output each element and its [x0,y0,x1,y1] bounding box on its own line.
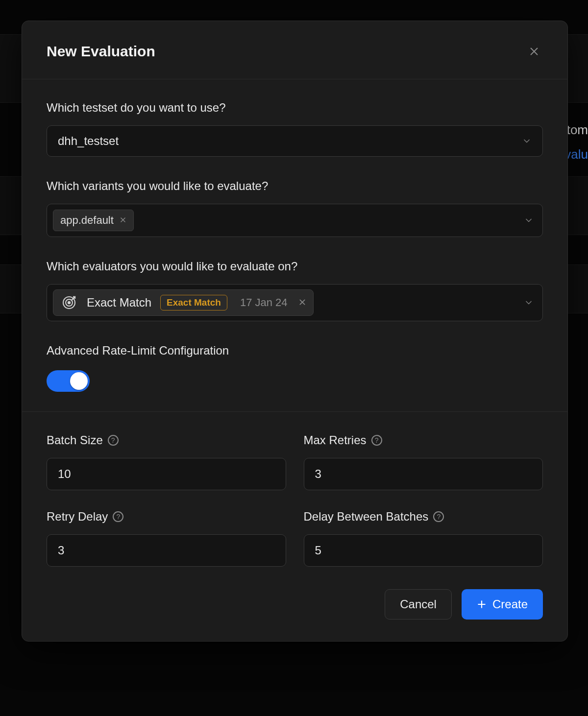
variants-field: Which variants you would like to evaluat… [47,179,543,237]
delay-between-batches-label-text: Delay Between Batches [304,510,429,524]
cancel-button-label: Cancel [400,597,437,611]
retry-delay-field: Retry Delay ? [47,510,286,567]
delay-between-batches-input[interactable] [304,534,543,567]
help-icon[interactable]: ? [371,435,382,446]
batch-size-input[interactable] [47,458,286,490]
evaluator-name: Exact Match [87,296,151,310]
evaluators-select[interactable]: Exact Match Exact Match 17 Jan 24 [47,284,543,321]
section-divider [22,411,567,412]
evaluator-date: 17 Jan 24 [240,296,288,309]
create-button[interactable]: Create [462,589,543,620]
delay-between-batches-label: Delay Between Batches ? [304,510,543,524]
modal-header: New Evaluation [22,21,567,79]
target-icon [60,294,78,311]
variants-label: Which variants you would like to evaluat… [47,179,543,193]
delay-between-batches-field: Delay Between Batches ? [304,510,543,567]
rate-limit-config-grid: Batch Size ? Max Retries ? Retry Delay ? [47,433,543,567]
modal-footer: Cancel Create [22,567,567,641]
close-icon [529,46,539,57]
retry-delay-input[interactable] [47,534,286,567]
batch-size-label-text: Batch Size [47,433,103,447]
max-retries-field: Max Retries ? [304,433,543,490]
chevron-down-icon [524,215,534,225]
rate-limit-label: Advanced Rate-Limit Configuration [47,344,543,358]
remove-variant-icon[interactable] [120,215,126,226]
variant-tag-label: app.default [60,214,114,227]
new-evaluation-modal: New Evaluation Which testset do you want… [22,21,568,642]
rate-limit-section: Advanced Rate-Limit Configuration [47,344,543,392]
max-retries-label-text: Max Retries [304,433,367,447]
evaluators-field: Which evaluators you would like to evalu… [47,260,543,321]
cancel-button[interactable]: Cancel [385,589,452,620]
max-retries-input[interactable] [304,458,543,490]
max-retries-label: Max Retries ? [304,433,543,447]
rate-limit-toggle[interactable] [47,370,90,392]
retry-delay-label: Retry Delay ? [47,510,286,524]
testset-field: Which testset do you want to use? dhh_te… [47,101,543,157]
modal-title: New Evaluation [47,43,155,60]
help-icon[interactable]: ? [113,511,123,522]
batch-size-field: Batch Size ? [47,433,286,490]
chevron-down-icon [524,298,534,308]
testset-select[interactable]: dhh_testset [47,125,543,157]
help-icon[interactable]: ? [108,435,119,446]
evaluators-label: Which evaluators you would like to evalu… [47,260,543,273]
close-button[interactable] [525,43,543,60]
variants-select[interactable]: app.default [47,204,543,237]
remove-evaluator-icon[interactable] [298,297,306,309]
testset-value: dhh_testset [58,134,119,148]
retry-delay-label-text: Retry Delay [47,510,108,524]
variant-tag: app.default [53,210,134,231]
testset-label: Which testset do you want to use? [47,101,543,115]
svg-point-6 [68,302,70,304]
help-icon[interactable]: ? [433,511,444,522]
toggle-knob [70,372,88,390]
create-button-label: Create [492,597,528,611]
evaluator-badge: Exact Match [160,295,227,310]
chevron-down-icon [522,136,532,146]
batch-size-label: Batch Size ? [47,433,286,447]
plus-icon [477,599,487,609]
modal-body: Which testset do you want to use? dhh_te… [22,79,567,567]
evaluator-tag: Exact Match Exact Match 17 Jan 24 [53,289,314,316]
